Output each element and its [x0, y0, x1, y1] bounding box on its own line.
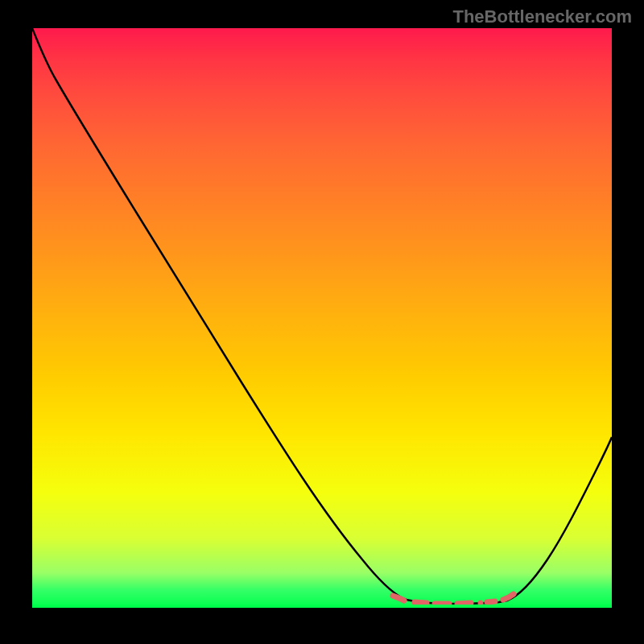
main-curve: [32, 28, 612, 604]
watermark-text: TheBottleneсker.com: [452, 6, 632, 27]
curve-plot: [32, 28, 612, 608]
chart-container: [32, 28, 612, 608]
bottom-edge: [32, 605, 612, 608]
